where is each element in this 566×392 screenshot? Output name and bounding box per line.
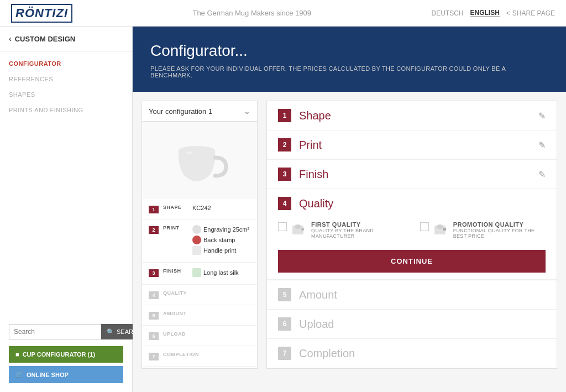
step-row-print: 2 Print ✎: [267, 130, 557, 160]
sidebar-item-shapes[interactable]: SHAPES: [0, 87, 132, 102]
header-tagline: The German Mug Makers since 1909: [192, 9, 311, 17]
step-label-shape: SHAPE: [163, 205, 188, 210]
quality-checkbox-promo[interactable]: [420, 222, 429, 231]
step-badge-4: 4: [149, 291, 159, 299]
config-step-finish: 3 FINISH Long last silk: [142, 263, 257, 285]
logo: RÖNTIZI: [11, 4, 72, 23]
step-row-amount: 5 Amount: [267, 280, 557, 310]
print-text-2: Back stamp: [203, 237, 235, 243]
finish-item-1: Long last silk: [192, 268, 250, 277]
quality-icon-first: [291, 221, 307, 237]
step-title-completion: Completion: [299, 347, 546, 360]
configurator-icon: ■: [15, 351, 19, 358]
quality-desc-promo: FUNCTIONAL QUALITY FOR THE BEST PRICE: [453, 228, 546, 239]
main-layout: ‹ CUSTOM DESIGN CONFIGURATOR REFERENCES …: [0, 27, 566, 392]
svg-rect-7: [443, 228, 446, 231]
print-item-2: Back stamp: [192, 236, 250, 244]
config-step-quality: 4 QUALITY: [142, 285, 257, 305]
sidebar-item-prints[interactable]: PRINTS AND FINISHING: [0, 102, 132, 118]
content-area: Your configuration 1 ⌄: [133, 92, 566, 378]
search-bar: 🔍 SEARCH: [0, 317, 132, 346]
step-label-print: PRINT: [163, 225, 188, 231]
lang-en-button[interactable]: ENGLISH: [470, 9, 500, 17]
config-step-completion: 7 COMPLETION: [142, 346, 257, 367]
step-title-upload: Upload: [299, 318, 546, 331]
continue-button[interactable]: CONTINUE: [278, 250, 546, 273]
header: RÖNTIZI The German Mug Makers since 1909…: [0, 0, 566, 27]
sidebar: ‹ CUSTOM DESIGN CONFIGURATOR REFERENCES …: [0, 27, 133, 392]
config-dropdown-label: Your configuration 1: [149, 107, 212, 116]
steps-panel: 1 Shape ✎ 2 Print ✎ 3 Finish ✎: [266, 101, 557, 369]
step-row-upload: 6 Upload: [267, 310, 557, 339]
online-shop-button[interactable]: 🛒 ONLINE SHOP: [9, 366, 123, 383]
config-steps: 1 SHAPE KC242 2 PRINT Engraving 25cm²: [142, 199, 257, 367]
quality-section: FIRST QUALITY QUALITY BY THE BRAND MANUF…: [267, 215, 557, 280]
svg-rect-4: [301, 228, 304, 231]
step-label-upload: UPLOAD: [163, 331, 188, 337]
step-row-completion: 7 Completion: [267, 339, 557, 368]
step-number-6: 6: [278, 317, 291, 331]
print-item-1: Engraving 25cm²: [192, 225, 250, 234]
config-panel: Your configuration 1 ⌄: [142, 101, 258, 369]
quality-option-promo: PROMOTION QUALITY FUNCTIONAL QUALITY FOR…: [420, 221, 546, 239]
chevron-down-icon: ⌄: [244, 107, 250, 116]
svg-point-3: [295, 224, 301, 229]
share-icon: <: [506, 9, 510, 17]
print-icon-1: [192, 225, 201, 234]
quality-info-first: FIRST QUALITY QUALITY BY THE BRAND MANUF…: [311, 221, 398, 239]
quality-icon-promo: [433, 221, 449, 237]
config-step-print: 2 PRINT Engraving 25cm² Back stamp: [142, 219, 257, 263]
quality-name-promo: PROMOTION QUALITY: [453, 221, 546, 228]
cup-configurator-button[interactable]: ■ CUP CONFIGURATOR (1): [9, 346, 123, 363]
step-title-quality: Quality: [299, 197, 546, 210]
svg-point-6: [437, 224, 443, 229]
step-title-print: Print: [299, 139, 538, 151]
hero-banner: Configurator... PLEASE ASK FOR YOUR INDI…: [133, 27, 566, 92]
search-input[interactable]: [9, 324, 101, 339]
step-label-finish: FINISH: [163, 268, 188, 274]
shop-icon: 🛒: [15, 371, 23, 378]
sidebar-buttons: ■ CUP CONFIGURATOR (1) 🛒 ONLINE SHOP: [0, 346, 132, 392]
step-number-4: 4: [278, 197, 291, 210]
main-content: Configurator... PLEASE ASK FOR YOUR INDI…: [133, 27, 566, 392]
quality-name-first: FIRST QUALITY: [311, 221, 398, 228]
step-badge-1: 1: [149, 206, 159, 213]
step-number-5: 5: [278, 288, 291, 301]
step-title-amount: Amount: [299, 289, 546, 301]
step-number-1: 1: [278, 109, 291, 122]
mug-svg: [166, 133, 233, 188]
print-text-3: Handle print: [203, 247, 236, 254]
header-right: DEUTSCH ENGLISH < SHARE PAGE: [431, 9, 555, 17]
config-step-shape: 1 SHAPE KC242: [142, 199, 257, 219]
chevron-left-icon: ‹: [9, 34, 12, 43]
config-step-amount: 5 AMOUNT: [142, 305, 257, 326]
edit-shape-button[interactable]: ✎: [538, 111, 546, 121]
print-icon-3: [192, 246, 201, 255]
quality-checkbox-first[interactable]: [278, 222, 287, 231]
step-title-finish: Finish: [299, 168, 538, 181]
step-badge-3: 3: [149, 269, 159, 277]
quality-info-promo: PROMOTION QUALITY FUNCTIONAL QUALITY FOR…: [453, 221, 546, 239]
hero-title: Configurator...: [150, 42, 548, 60]
edit-finish-button[interactable]: ✎: [538, 169, 546, 180]
step-value-shape: KC242: [192, 205, 250, 211]
config-step-upload: 6 UPLOAD: [142, 326, 257, 346]
sidebar-back-button[interactable]: ‹ CUSTOM DESIGN: [0, 27, 132, 51]
edit-print-button[interactable]: ✎: [538, 140, 546, 150]
step-badge-2: 2: [149, 226, 159, 234]
svg-point-1: [186, 151, 193, 154]
lang-de-button[interactable]: DEUTSCH: [431, 9, 463, 17]
step-value-finish: Long last silk: [192, 268, 250, 279]
step-badge-6: 6: [149, 332, 159, 340]
quality-desc-first: QUALITY BY THE BRAND MANUFACTURER: [311, 228, 398, 239]
print-item-3: Handle print: [192, 246, 250, 255]
config-dropdown[interactable]: Your configuration 1 ⌄: [142, 101, 257, 122]
sidebar-item-configurator[interactable]: CONFIGURATOR: [0, 56, 132, 71]
step-row-shape: 1 Shape ✎: [267, 101, 557, 130]
sidebar-item-references[interactable]: REFERENCES: [0, 71, 132, 87]
step-row-finish: 3 Finish ✎: [267, 160, 557, 189]
share-button[interactable]: < SHARE PAGE: [506, 9, 555, 17]
mug-preview: [142, 122, 257, 199]
print-icon-2: [192, 236, 201, 244]
print-text-1: Engraving 25cm²: [203, 226, 249, 233]
